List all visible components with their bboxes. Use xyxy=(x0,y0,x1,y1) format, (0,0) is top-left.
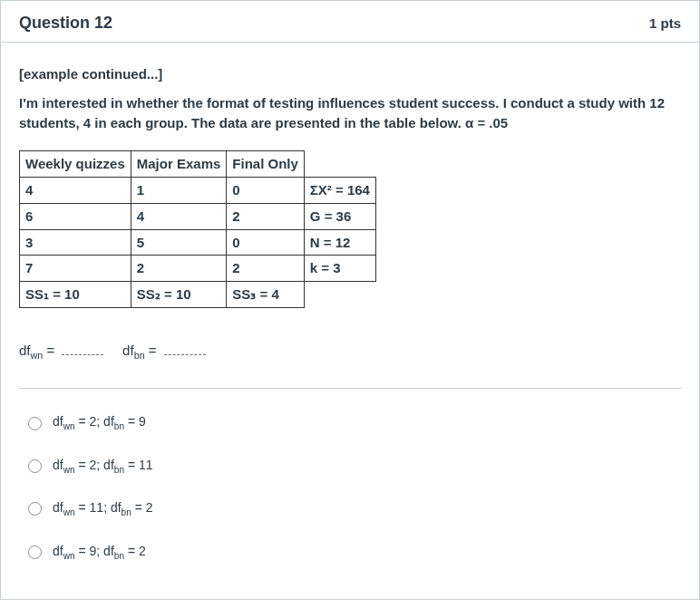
answer-val: 9 xyxy=(139,414,146,429)
answer-val: 11 xyxy=(90,500,104,515)
table-ss: SS₁ = 10 xyxy=(20,282,131,308)
prompt-sub: wn xyxy=(31,350,44,361)
prompt-eq: = xyxy=(43,343,58,358)
radio-icon xyxy=(28,502,42,516)
table-header: Weekly quizzes xyxy=(20,151,131,178)
radio-icon xyxy=(28,459,42,473)
answer-label: dfwn = 2; dfbn = 11 xyxy=(53,456,153,477)
table-cell: 7 xyxy=(20,256,131,282)
answer-label: dfwn = 11; dfbn = 2 xyxy=(53,498,153,519)
answer-val: 2 xyxy=(90,458,97,472)
table-cell: 0 xyxy=(227,229,305,256)
table-empty xyxy=(304,151,375,178)
table-header: Major Exams xyxy=(131,151,227,178)
table-stat: ΣX² = 164 xyxy=(304,178,375,204)
table-cell: 1 xyxy=(131,178,227,204)
table-cell: 2 xyxy=(131,256,227,282)
table-cell: 2 xyxy=(227,203,305,229)
answer-option[interactable]: dfwn = 9; dfbn = 2 xyxy=(19,531,681,574)
table-ss: SS₃ = 4 xyxy=(227,282,305,308)
blank-2 xyxy=(164,345,206,355)
prompt-text: df xyxy=(122,343,134,358)
table-stat: N = 12 xyxy=(304,229,375,256)
table-cell: 4 xyxy=(20,178,131,204)
radio-icon xyxy=(28,545,42,559)
answer-label: dfwn = 9; dfbn = 2 xyxy=(53,542,146,563)
table-cell: 4 xyxy=(131,203,227,229)
radio-icon xyxy=(28,417,42,430)
answer-val: 2 xyxy=(146,500,153,515)
prompt-eq: = xyxy=(145,343,160,358)
table-ss: SS₂ = 10 xyxy=(131,282,227,308)
table-cell: 2 xyxy=(227,256,305,282)
table-cell: 6 xyxy=(20,203,131,229)
fill-blank-prompt: dfwn = dfbn = xyxy=(19,341,681,363)
answer-option[interactable]: dfwn = 11; dfbn = 2 xyxy=(19,487,681,530)
table-empty xyxy=(304,282,375,308)
answer-val: 9 xyxy=(90,544,97,558)
table-cell: 3 xyxy=(20,229,131,256)
question-header: Question 12 1 pts xyxy=(1,1,699,43)
data-table: Weekly quizzes Major Exams Final Only 4 … xyxy=(19,150,376,308)
lead-text: [example continued...] xyxy=(19,64,681,84)
answer-val: 2 xyxy=(139,544,146,558)
answer-option[interactable]: dfwn = 2; dfbn = 9 xyxy=(19,401,681,444)
question-body: [example continued...] I'm interested in… xyxy=(1,43,699,599)
table-cell: 5 xyxy=(131,229,227,256)
table-stat: G = 36 xyxy=(304,203,375,229)
table-stat: k = 3 xyxy=(304,256,375,282)
answer-label: dfwn = 2; dfbn = 9 xyxy=(53,412,146,433)
answer-val: 11 xyxy=(139,458,153,472)
blank-1 xyxy=(62,345,103,355)
table-header: Final Only xyxy=(227,151,305,178)
prompt-text: df xyxy=(19,343,31,358)
table-cell: 0 xyxy=(227,178,305,204)
prompt-df2: dfbn = xyxy=(122,343,160,358)
question-points: 1 pts xyxy=(649,15,681,31)
prompt-df1: dfwn = xyxy=(19,343,58,358)
answer-val: 2 xyxy=(90,414,97,429)
question-card: Question 12 1 pts [example continued...]… xyxy=(0,0,700,600)
prompt-sub: bn xyxy=(134,350,145,361)
intro-text: I'm interested in whether the format of … xyxy=(19,93,681,133)
answer-option[interactable]: dfwn = 2; dfbn = 11 xyxy=(19,445,681,487)
answer-options: dfwn = 2; dfbn = 9 dfwn = 2; dfbn = 11 d… xyxy=(19,389,681,574)
question-title: Question 12 xyxy=(19,14,112,33)
